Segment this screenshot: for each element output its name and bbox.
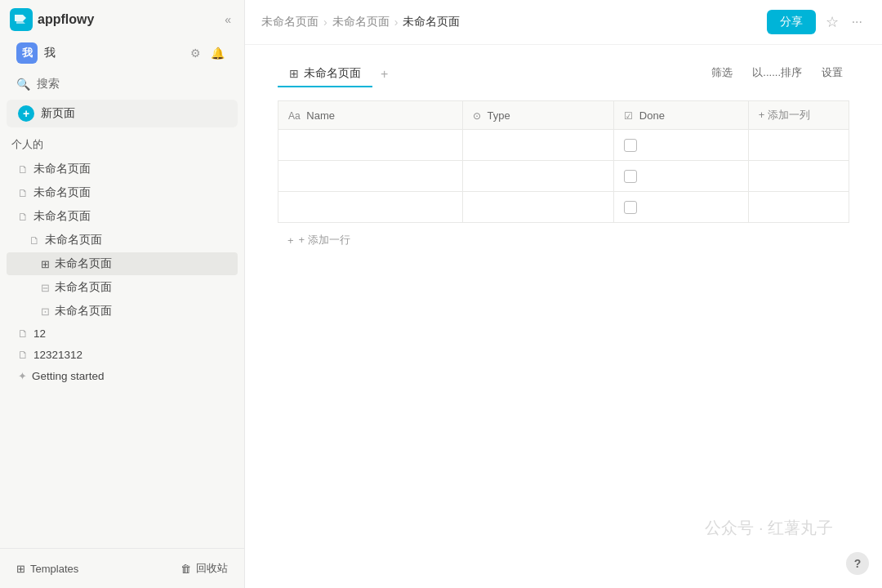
settings-button[interactable]: 设置 xyxy=(815,62,849,83)
new-page-plus-icon: + xyxy=(18,105,34,122)
doc-icon: 🗋 xyxy=(18,187,29,199)
cell-done-r1[interactable] xyxy=(614,130,748,161)
sidebar-item-label: 未命名页面 xyxy=(45,233,102,247)
more-options-button[interactable]: ··· xyxy=(849,11,866,33)
sidebar-item-p8[interactable]: 🗋 12 xyxy=(7,323,238,344)
sidebar-item-label: 未命名页面 xyxy=(33,162,91,176)
sidebar-item-label: 未命名页面 xyxy=(55,256,112,271)
doc-icon: 🗋 xyxy=(18,211,29,223)
sort-button[interactable]: 以......排序 xyxy=(746,62,808,83)
add-tab-button[interactable]: + xyxy=(374,62,394,87)
sidebar-item-p2[interactable]: 🗋 未命名页面 xyxy=(7,181,238,204)
doc-icon: 🗋 xyxy=(18,327,29,340)
breadcrumb-item-1[interactable]: 未命名页面 xyxy=(261,15,318,29)
sidebar-header: appflowy « xyxy=(0,0,244,36)
doc-icon: 🗋 xyxy=(29,234,40,247)
tab-bar: ⊞ 未命名页面 + 筛选 以......排序 设置 xyxy=(278,61,849,87)
doc-icon: 🗋 xyxy=(18,163,29,176)
breadcrumb: 未命名页面 › 未命名页面 › 未命名页面 xyxy=(261,15,762,29)
sidebar-content: 个人的 🗋 未命名页面 🗋 未命名页面 🗋 未命名页面 🗋 未命名页面 ⊞ 未命… xyxy=(0,129,244,548)
collapse-icon: « xyxy=(225,13,231,26)
appflowy-logo-icon xyxy=(10,8,33,31)
board-icon: ⊟ xyxy=(41,282,50,294)
sidebar-item-p1[interactable]: 🗋 未命名页面 xyxy=(7,158,238,180)
cell-type-r1[interactable] xyxy=(463,130,614,161)
templates-label: Templates xyxy=(30,563,78,575)
sidebar-item-p4[interactable]: 🗋 未命名页面 xyxy=(7,229,238,252)
cell-done-r3[interactable] xyxy=(614,192,748,223)
cell-done-r2[interactable] xyxy=(614,161,748,192)
add-row-button[interactable]: + + 添加一行 xyxy=(278,226,849,254)
star-icon: ✦ xyxy=(18,370,27,382)
user-row[interactable]: 我 我 ⚙ 🔔 xyxy=(7,38,238,69)
favorite-button[interactable]: ☆ xyxy=(822,10,842,34)
sidebar-item-p3[interactable]: 🗋 未命名页面 xyxy=(7,205,238,228)
checkbox-r2[interactable] xyxy=(624,170,637,183)
cell-add-r2 xyxy=(748,161,849,192)
sidebar: appflowy « 我 我 ⚙ 🔔 🔍 搜索 + 新页面 个人的 🗋 xyxy=(0,0,245,588)
table-row xyxy=(278,130,849,161)
add-col-label: + 添加一列 xyxy=(759,109,810,121)
tab-grid[interactable]: ⊞ 未命名页面 xyxy=(278,61,372,87)
cell-name-r1[interactable] xyxy=(278,130,463,161)
cell-type-r2[interactable] xyxy=(463,161,614,192)
sidebar-item-label: 未命名页面 xyxy=(55,280,112,295)
cell-name-r3[interactable] xyxy=(278,192,463,223)
sidebar-item-p10[interactable]: ✦ Getting started xyxy=(7,366,238,386)
new-page-label: 新页面 xyxy=(41,106,75,121)
breadcrumb-item-2[interactable]: 未命名页面 xyxy=(332,15,390,29)
trash-label: 回收站 xyxy=(196,561,228,576)
trash-icon: 🗑 xyxy=(180,563,191,575)
sidebar-item-p7[interactable]: ⊡ 未命名页面 xyxy=(7,300,238,323)
sidebar-item-label: 未命名页面 xyxy=(33,209,91,224)
search-icon: 🔍 xyxy=(16,78,30,91)
doc-icon: 🗋 xyxy=(18,349,29,361)
settings-button[interactable]: ⚙ xyxy=(187,43,204,63)
cell-type-r3[interactable] xyxy=(463,192,614,223)
topbar-actions: 分享 ☆ ··· xyxy=(767,10,866,34)
sidebar-footer: ⊞ Templates 🗑 回收站 xyxy=(0,548,244,588)
breadcrumb-sep-2: › xyxy=(394,16,399,29)
type-col-icon: ⊙ xyxy=(473,110,481,122)
breadcrumb-item-3: 未命名页面 xyxy=(403,15,460,29)
sidebar-item-p5[interactable]: ⊞ 未命名页面 xyxy=(7,252,238,275)
sidebar-item-p9[interactable]: 🗋 12321312 xyxy=(7,345,238,365)
cell-name-r2[interactable] xyxy=(278,161,463,192)
tab-grid-label: 未命名页面 xyxy=(304,66,361,81)
col-header-name: Aa Name xyxy=(278,101,463,130)
collapse-sidebar-button[interactable]: « xyxy=(221,10,234,29)
table-row xyxy=(278,192,849,223)
templates-button[interactable]: ⊞ Templates xyxy=(10,559,85,579)
new-page-button[interactable]: + 新页面 xyxy=(7,100,238,127)
add-row-icon: + xyxy=(287,234,294,247)
sidebar-item-label: Getting started xyxy=(32,370,105,382)
done-col-icon: ☑ xyxy=(624,110,633,122)
table-row xyxy=(278,161,849,192)
templates-icon: ⊞ xyxy=(16,563,25,575)
section-personal[interactable]: 个人的 xyxy=(0,132,244,157)
search-row[interactable]: 🔍 搜索 xyxy=(7,72,238,96)
share-button[interactable]: 分享 xyxy=(767,10,816,34)
sidebar-item-label: 未命名页面 xyxy=(55,304,112,318)
trash-button[interactable]: 🗑 回收站 xyxy=(174,557,234,580)
app-name: appflowy xyxy=(38,12,94,27)
table-header-row: Aa Name ⊙ Type ☑ Done + 添加一列 xyxy=(278,101,849,130)
name-col-icon: Aa xyxy=(288,110,301,122)
filter-button[interactable]: 筛选 xyxy=(705,62,739,83)
cell-add-r3 xyxy=(748,192,849,223)
topbar: 未命名页面 › 未命名页面 › 未命名页面 分享 ☆ ··· xyxy=(245,0,882,45)
cell-add-r1 xyxy=(748,130,849,161)
search-label: 搜索 xyxy=(37,77,60,91)
help-button[interactable]: ? xyxy=(846,552,869,575)
sidebar-item-p6[interactable]: ⊟ 未命名页面 xyxy=(7,276,238,299)
notifications-button[interactable]: 🔔 xyxy=(207,43,228,63)
add-row-label: + 添加一行 xyxy=(299,233,350,247)
avatar: 我 xyxy=(16,42,38,64)
checkbox-r3[interactable] xyxy=(624,201,637,214)
section-personal-label: 个人的 xyxy=(11,137,43,152)
main: 未命名页面 › 未命名页面 › 未命名页面 分享 ☆ ··· ⊞ 未命名页面 +… xyxy=(245,0,882,588)
col-header-type: ⊙ Type xyxy=(463,101,614,130)
sidebar-item-label: 12 xyxy=(33,327,46,340)
col-header-add[interactable]: + 添加一列 xyxy=(748,101,849,130)
checkbox-r1[interactable] xyxy=(624,139,637,152)
